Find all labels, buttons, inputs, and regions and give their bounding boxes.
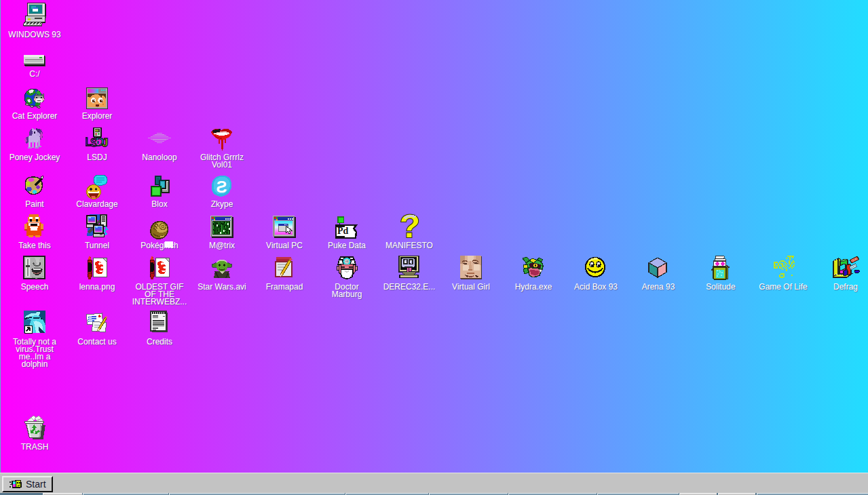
svg-text:S: S [216, 178, 227, 196]
svg-text:?: ? [400, 214, 420, 241]
svg-text:J: J [102, 136, 108, 149]
svg-text:Pd: Pd [337, 226, 349, 236]
